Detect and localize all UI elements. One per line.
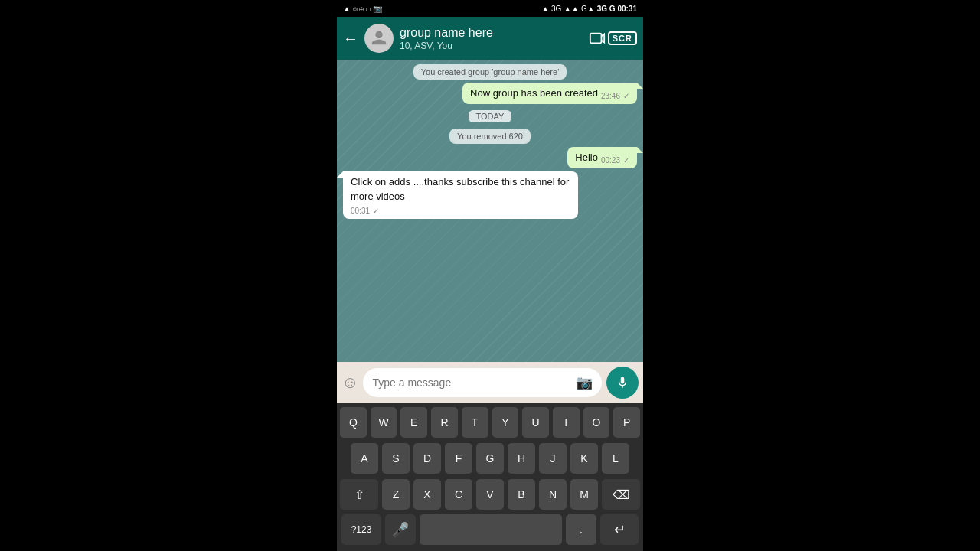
key-mic[interactable]: 🎤: [385, 514, 416, 545]
status-right: ▲ 3G ▲▲ G▲ 3G G 00:31: [541, 5, 637, 13]
status-bar: ▲ ⌾ ⊕ ☐ 📷 ▲ 3G ▲▲ G▲ 3G G 00:31: [337, 0, 643, 17]
mic-button[interactable]: [606, 367, 639, 399]
key-c[interactable]: C: [445, 479, 472, 510]
keyboard: Q W E R T Y U I O P A S D F G H J K: [337, 403, 643, 551]
date-divider: TODAY: [469, 110, 512, 122]
key-o[interactable]: O: [583, 407, 610, 438]
message-bubble-sent-1: Now group has been created 23:46 ✓: [462, 83, 637, 104]
key-shift[interactable]: ⇧: [340, 479, 378, 510]
key-g[interactable]: G: [476, 443, 504, 474]
key-t[interactable]: T: [462, 407, 488, 438]
key-k[interactable]: K: [570, 443, 598, 474]
header-actions: SCR: [589, 30, 637, 47]
signal-bars: ▲▲: [564, 5, 579, 13]
status-left: ▲ ⌾ ⊕ ☐ 📷: [343, 5, 382, 13]
header-info: group name here 10, ASV, You: [400, 25, 583, 51]
key-q[interactable]: Q: [340, 407, 367, 438]
key-n[interactable]: N: [539, 479, 567, 510]
key-numbers[interactable]: ?123: [341, 514, 381, 545]
message-time: 23:46: [601, 92, 620, 100]
input-area: ☺ 📷: [337, 362, 643, 403]
key-h[interactable]: H: [508, 443, 535, 474]
group-avatar[interactable]: [364, 24, 394, 53]
message-bubble-received-1: Click on adds ....thanks subscribe this …: [343, 171, 578, 218]
camera-button[interactable]: 📷: [576, 374, 593, 391]
signal-icons: ▲ ⌾ ⊕ ☐ 📷: [343, 5, 382, 13]
wa-screen: ← group name here 10, ASV, You SCR: [337, 17, 643, 551]
keyboard-bottom-row: ?123 🎤 . ↵: [337, 511, 643, 551]
scr-record-button[interactable]: SCR: [589, 30, 637, 47]
key-b[interactable]: B: [508, 479, 535, 510]
message-tick: ✓: [623, 156, 629, 165]
svg-rect-0: [590, 34, 602, 44]
key-d[interactable]: D: [413, 443, 441, 474]
key-u[interactable]: U: [522, 407, 549, 438]
key-period[interactable]: .: [566, 514, 596, 545]
scr-label: SCR: [608, 31, 637, 45]
group-members: 10, ASV, You: [400, 41, 583, 51]
message-text: Hello: [575, 151, 598, 165]
message-text: Click on adds ....thanks subscribe this …: [351, 175, 570, 203]
keyboard-row-2: A S D F G H J K L: [337, 439, 643, 475]
phone-container: ▲ ⌾ ⊕ ☐ 📷 ▲ 3G ▲▲ G▲ 3G G 00:31 ← group …: [337, 0, 643, 551]
key-enter[interactable]: ↵: [600, 514, 639, 545]
time: 3G G 00:31: [597, 5, 637, 13]
key-w[interactable]: W: [371, 407, 397, 438]
emoji-button[interactable]: ☺: [341, 373, 358, 393]
key-v[interactable]: V: [476, 479, 504, 510]
network-indicator: ▲ 3G: [541, 5, 561, 13]
system-message-created: You created group 'group name here': [413, 64, 567, 80]
message-tick: ✓: [623, 92, 629, 100]
key-i[interactable]: I: [553, 407, 580, 438]
message-time: 00:23: [601, 156, 620, 165]
message-bubble-sent-2: Hello 00:23 ✓: [567, 147, 637, 168]
back-button[interactable]: ←: [343, 30, 358, 47]
keyboard-row-1: Q W E R T Y U I O P: [337, 403, 643, 439]
group-name: group name here: [400, 25, 583, 40]
chat-area: You created group 'group name here' Now …: [337, 60, 643, 362]
key-e[interactable]: E: [400, 407, 427, 438]
key-backspace[interactable]: ⌫: [602, 479, 640, 510]
message-input[interactable]: [372, 377, 570, 389]
key-j[interactable]: J: [539, 443, 567, 474]
key-r[interactable]: R: [431, 407, 458, 438]
key-y[interactable]: Y: [492, 407, 519, 438]
key-space[interactable]: [420, 514, 562, 545]
message-input-box: 📷: [363, 368, 602, 397]
key-m[interactable]: M: [570, 479, 598, 510]
keyboard-row-3: ⇧ Z X C V B N M ⌫: [337, 475, 643, 511]
message-text: Now group has been created: [470, 86, 598, 100]
chat-header: ← group name here 10, ASV, You SCR: [337, 17, 643, 60]
system-message-removed: You removed 620: [449, 129, 531, 144]
message-time: 00:31: [351, 207, 370, 215]
battery: G▲: [581, 5, 595, 13]
key-l[interactable]: L: [602, 443, 629, 474]
key-x[interactable]: X: [413, 479, 441, 510]
key-f[interactable]: F: [445, 443, 472, 474]
key-z[interactable]: Z: [382, 479, 410, 510]
key-a[interactable]: A: [351, 443, 378, 474]
key-p[interactable]: P: [613, 407, 640, 438]
message-tick: ✓: [373, 207, 379, 215]
key-s[interactable]: S: [382, 443, 410, 474]
